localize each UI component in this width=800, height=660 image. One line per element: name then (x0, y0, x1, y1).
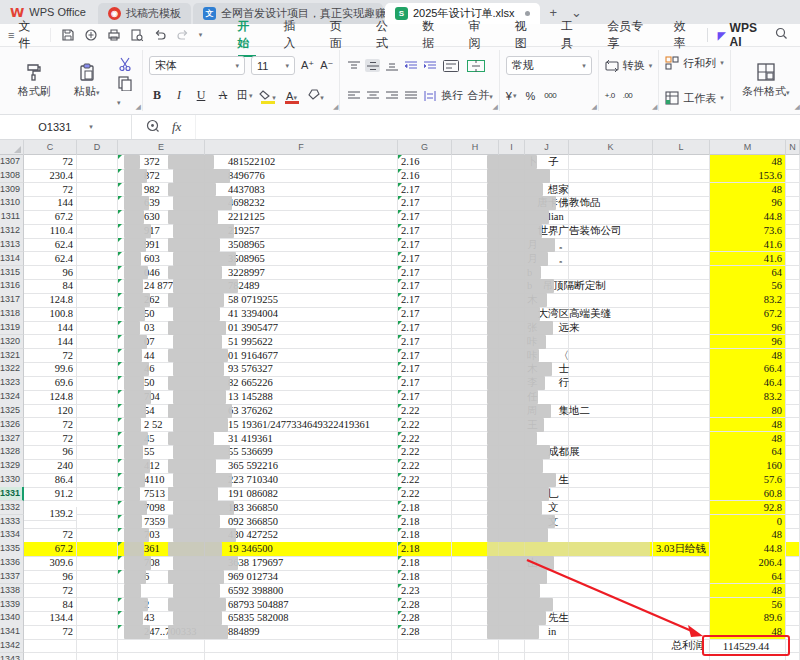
cell-G1335[interactable]: 2.18 (398, 542, 452, 557)
cell-M1324[interactable]: 83.2 (710, 390, 786, 405)
cell-F1330[interactable]: 223 710340 (205, 473, 398, 488)
cell-D1334[interactable] (77, 528, 118, 543)
cell-D1324[interactable] (77, 390, 118, 405)
cell-M1310[interactable]: 96 (710, 196, 786, 211)
row-header-1311[interactable]: 1311 (0, 210, 24, 225)
cell-L1316[interactable] (653, 279, 710, 294)
cell-M1331[interactable]: 60.8 (710, 487, 786, 502)
cell-L1317[interactable] (653, 293, 710, 308)
cell-D1322[interactable] (77, 362, 118, 377)
merge-cells-icon[interactable] (465, 59, 487, 72)
cell-C1332[interactable]: 139.2 (24, 507, 77, 522)
cell-N1309[interactable] (786, 183, 800, 198)
cell-N1310[interactable] (786, 196, 800, 211)
cell-F1319[interactable]: 01 3905477 (205, 321, 398, 336)
cell-L1330[interactable] (653, 473, 710, 488)
dialog-launcher-icon[interactable]: ◢ (591, 103, 596, 111)
decrease-decimal-button[interactable]: .00 (623, 91, 633, 100)
cell-G1324[interactable]: 2.17 (398, 390, 452, 405)
currency-button[interactable]: ¥▾ (506, 90, 517, 102)
print-preview-icon[interactable] (130, 28, 144, 42)
cell-N1336[interactable] (786, 556, 800, 571)
export-icon[interactable] (84, 28, 98, 42)
cell-C1319[interactable]: 144 (24, 321, 77, 336)
cell-N1323[interactable] (786, 376, 800, 391)
cell-M1329[interactable]: 160 (710, 459, 786, 474)
column-header-E[interactable]: E (118, 140, 205, 155)
dialog-launcher-icon[interactable]: ◢ (492, 103, 497, 111)
column-header-G[interactable]: G (398, 140, 452, 155)
cell-C1338[interactable]: 72 (24, 584, 77, 599)
decrease-indent-icon[interactable] (403, 59, 418, 72)
bold-button[interactable]: B (149, 88, 165, 103)
cell-M1317[interactable]: 83.2 (710, 293, 786, 308)
wrap-text-label[interactable]: 换行 (441, 88, 463, 103)
cell-L1310[interactable] (653, 196, 710, 211)
row-header-1340[interactable]: 1340 (0, 611, 24, 626)
cell-C1307[interactable]: 72 (24, 155, 77, 170)
cell-L1332[interactable] (653, 501, 710, 516)
thousands-separator-button[interactable]: 000 (544, 91, 556, 100)
cell-N1328[interactable] (786, 445, 800, 460)
cell-F1341[interactable]: 884899 (205, 625, 398, 640)
cell-C1314[interactable]: 62.4 (24, 252, 77, 267)
select-all-corner[interactable] (0, 140, 24, 155)
cell-M1330[interactable]: 57.6 (710, 473, 786, 488)
cell-D1332[interactable] (77, 501, 118, 516)
cell-F1317[interactable]: 58 0719255 (205, 293, 398, 308)
copy-icon[interactable]: ▾ (117, 75, 136, 108)
cell-L1312[interactable] (653, 224, 710, 239)
cell-G1311[interactable]: 2.17 (398, 210, 452, 225)
cell-M1325[interactable]: 80 (710, 404, 786, 419)
row-header-1331[interactable]: 1331 (0, 487, 24, 502)
cell-N1337[interactable] (786, 570, 800, 585)
cell-M1311[interactable]: 44.8 (710, 210, 786, 225)
cell-G1323[interactable]: 2.17 (398, 376, 452, 391)
cell-N1340[interactable] (786, 611, 800, 626)
cell-D1335[interactable] (77, 542, 118, 557)
cell-F1335[interactable]: 19 346500 (205, 542, 398, 557)
cell-D1320[interactable] (77, 335, 118, 350)
cell-L1323[interactable] (653, 376, 710, 391)
font-size-select[interactable]: 11▾ (251, 56, 295, 75)
cell-M1326[interactable]: 48 (710, 418, 786, 433)
cell-K1330[interactable] (569, 473, 653, 488)
cell-C1313[interactable]: 62.4 (24, 238, 77, 253)
cell-F1337[interactable]: 969 012734 (205, 570, 398, 585)
cell-D1308[interactable] (77, 169, 118, 184)
clear-format-button[interactable]: ▾ (307, 89, 325, 102)
cell-K1326[interactable] (569, 418, 653, 433)
cell-L1340[interactable] (653, 611, 710, 626)
cell-L1327[interactable] (653, 432, 710, 447)
row-header-1337[interactable]: 1337 (0, 570, 24, 585)
cell-N1330[interactable] (786, 473, 800, 488)
cell-F1320[interactable]: 51 995622 (205, 335, 398, 350)
search-icon[interactable] (775, 27, 788, 43)
cell-G1313[interactable]: 2.17 (398, 238, 452, 253)
cell-C1334[interactable]: 72 (24, 528, 77, 543)
cell-D1329[interactable] (77, 459, 118, 474)
cell-D1307[interactable] (77, 155, 118, 170)
cell-F1311[interactable]: 2212125 (205, 210, 398, 225)
cell-G1338[interactable]: 2.23 (398, 584, 452, 599)
cell-F1339[interactable]: 68793 504887 (205, 598, 398, 613)
row-header-1320[interactable]: 1320 (0, 335, 24, 350)
cell-K1327[interactable] (569, 432, 653, 447)
cell-L1328[interactable] (653, 445, 710, 460)
row-header-1325[interactable]: 1325 (0, 404, 24, 419)
cell-C1329[interactable]: 240 (24, 459, 77, 474)
underline-button[interactable]: U (193, 88, 209, 103)
cell-F1309[interactable]: 4437083 (205, 183, 398, 198)
cell-L1313[interactable] (653, 238, 710, 253)
cell-N1319[interactable] (786, 321, 800, 336)
cell-N1317[interactable] (786, 293, 800, 308)
cell-L1336[interactable] (653, 556, 710, 571)
cell-F1325[interactable]: 63 376262 (205, 404, 398, 419)
cell-M1340[interactable]: 89.6 (710, 611, 786, 626)
cell-K1314[interactable] (569, 252, 653, 267)
cell-C1321[interactable]: 72 (24, 349, 77, 364)
cell-N1316[interactable] (786, 279, 800, 294)
cell-M1322[interactable]: 66.4 (710, 362, 786, 377)
cell-E1342[interactable] (118, 639, 205, 654)
cell-N1333[interactable] (786, 515, 800, 530)
